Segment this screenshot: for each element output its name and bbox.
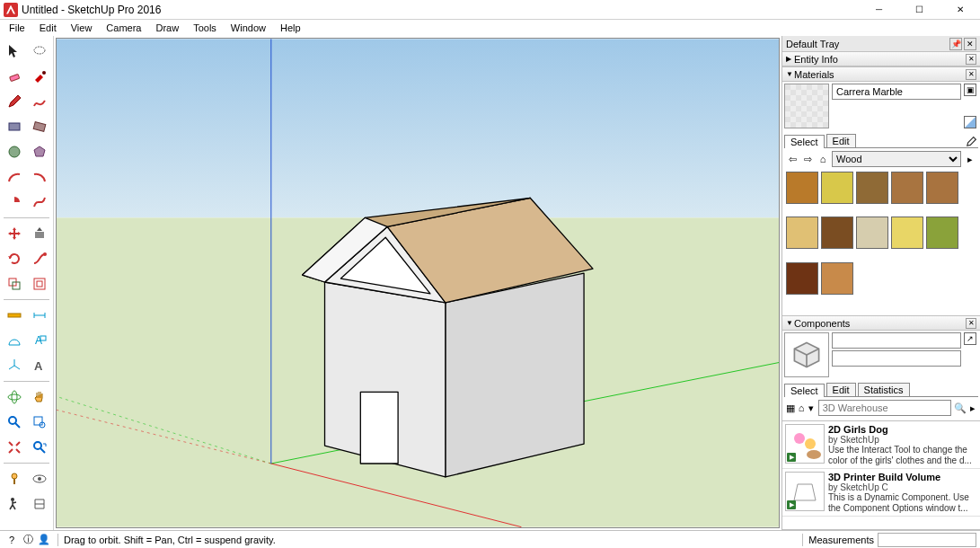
component-item[interactable]: ▶2D Girls Dogby SketchUpUse the Interact… xyxy=(782,421,980,469)
tool-polygon[interactable] xyxy=(30,142,49,162)
nav-back-icon[interactable]: ⇦ xyxy=(786,153,799,165)
tool-rot-rect[interactable] xyxy=(30,117,49,137)
tool-pencil[interactable] xyxy=(4,92,24,111)
material-swatch[interactable] xyxy=(786,217,818,249)
tool-freehand[interactable] xyxy=(30,92,49,111)
home-icon[interactable]: ⌂ xyxy=(817,153,829,165)
component-desc-input[interactable] xyxy=(832,350,961,367)
tool-position[interactable] xyxy=(4,469,24,489)
tool-zoomwin[interactable] xyxy=(30,412,49,432)
panel-components-header[interactable]: ▼ Components ✕ xyxy=(782,316,980,331)
tool-lasso[interactable] xyxy=(30,41,49,61)
panel-materials-header[interactable]: ▼ Materials ✕ xyxy=(782,67,980,82)
user-icon[interactable]: 👤 xyxy=(36,532,52,548)
measurements-input[interactable] xyxy=(878,533,976,547)
create-material-button[interactable]: ▣ xyxy=(964,84,976,96)
tray-header[interactable]: Default Tray 📌 ✕ xyxy=(782,36,980,52)
tool-bezier[interactable] xyxy=(30,192,49,212)
material-name-input[interactable] xyxy=(832,84,961,100)
panel-close-icon[interactable]: ✕ xyxy=(966,318,976,329)
material-swatch[interactable] xyxy=(926,172,958,204)
tool-look[interactable] xyxy=(30,469,49,489)
component-item[interactable]: ▶3D Printer Build Volumeby SketchUp CThi… xyxy=(782,469,980,517)
material-swatch[interactable] xyxy=(821,262,853,295)
component-search-input[interactable] xyxy=(818,400,951,416)
tool-section[interactable] xyxy=(30,494,49,514)
tool-arc2[interactable] xyxy=(30,167,49,187)
material-swatch[interactable] xyxy=(891,172,923,204)
tool-circle[interactable] xyxy=(4,142,24,162)
component-preview[interactable] xyxy=(784,332,829,377)
component-name-input[interactable] xyxy=(832,332,961,349)
info-icon[interactable]: ⓘ xyxy=(20,532,36,548)
menu-draw[interactable]: Draw xyxy=(148,21,186,35)
maximize-button[interactable]: ☐ xyxy=(899,0,940,20)
tool-pushpull[interactable] xyxy=(30,224,49,243)
tool-scale[interactable] xyxy=(4,274,24,294)
tool-axes[interactable] xyxy=(4,356,24,376)
library-menu-icon[interactable]: ▸ xyxy=(964,153,976,165)
tool-prev[interactable] xyxy=(30,438,49,457)
material-swatch[interactable] xyxy=(856,172,888,204)
tool-eraser[interactable] xyxy=(4,66,24,86)
tool-3dtext[interactable]: A xyxy=(30,356,49,376)
tool-tape[interactable] xyxy=(4,305,24,325)
help-icon[interactable]: ? xyxy=(4,532,20,548)
tool-offset[interactable] xyxy=(30,274,49,294)
viewport[interactable] xyxy=(56,38,780,528)
view-mode-icon[interactable]: ▦ xyxy=(786,402,795,414)
tab-select[interactable]: Select xyxy=(784,135,825,148)
material-swatch[interactable] xyxy=(786,172,818,204)
material-library-select[interactable]: Wood xyxy=(832,151,961,167)
tab-edit[interactable]: Edit xyxy=(826,134,856,147)
tab-statistics[interactable]: Statistics xyxy=(858,383,910,396)
nav-fwd-icon[interactable]: ⇨ xyxy=(801,153,814,165)
panel-entity-info-header[interactable]: ▶ Entity Info ✕ xyxy=(782,52,980,66)
tool-arc[interactable] xyxy=(4,167,24,187)
tool-move[interactable] xyxy=(4,224,24,243)
tool-followme[interactable] xyxy=(30,249,49,269)
panel-close-icon[interactable]: ✕ xyxy=(966,54,976,65)
material-preview[interactable] xyxy=(784,84,829,128)
menu-edit[interactable]: Edit xyxy=(32,21,64,35)
tool-zoomext[interactable] xyxy=(4,438,24,457)
menu-help[interactable]: Help xyxy=(273,21,308,35)
tool-walk[interactable] xyxy=(4,494,24,514)
tab-select[interactable]: Select xyxy=(784,384,825,397)
component-replace-button[interactable]: ↗ xyxy=(964,332,976,345)
menu-view[interactable]: View xyxy=(64,21,100,35)
menu-file[interactable]: File xyxy=(2,21,32,35)
tool-protractor[interactable] xyxy=(4,331,24,350)
tray-close-icon[interactable]: ✕ xyxy=(964,38,976,50)
home-icon[interactable]: ⌂ xyxy=(798,402,805,414)
tool-rotate[interactable] xyxy=(4,249,24,269)
tool-orbit[interactable] xyxy=(4,387,24,407)
component-list[interactable]: ▶2D Girls Dogby SketchUpUse the Interact… xyxy=(782,420,980,519)
tool-text[interactable]: A xyxy=(30,331,49,350)
tool-rectangle[interactable] xyxy=(4,117,24,137)
dropdown-icon[interactable]: ▾ xyxy=(808,402,815,414)
tab-edit[interactable]: Edit xyxy=(826,383,856,396)
material-swatch[interactable] xyxy=(821,172,853,204)
close-button[interactable]: ✕ xyxy=(940,0,980,20)
tool-pie[interactable] xyxy=(4,192,24,212)
material-swatch[interactable] xyxy=(821,217,853,249)
default-material-button[interactable] xyxy=(964,116,976,128)
panel-close-icon[interactable]: ✕ xyxy=(966,69,976,80)
material-swatch[interactable] xyxy=(786,262,818,295)
material-swatch[interactable] xyxy=(856,217,888,249)
tool-dimension[interactable] xyxy=(30,305,49,325)
tray-pin-icon[interactable]: 📌 xyxy=(949,38,962,50)
tool-zoom[interactable] xyxy=(4,412,24,432)
search-icon[interactable]: 🔍 xyxy=(954,402,967,414)
tool-select[interactable] xyxy=(4,41,24,61)
eyedropper-icon[interactable] xyxy=(966,135,978,147)
menu-tools[interactable]: Tools xyxy=(186,21,224,35)
material-swatch[interactable] xyxy=(891,217,923,249)
tool-pan[interactable] xyxy=(30,387,49,407)
library-menu-icon[interactable]: ▸ xyxy=(969,402,976,414)
menu-camera[interactable]: Camera xyxy=(99,21,148,35)
material-swatch[interactable] xyxy=(926,217,958,249)
tool-paint[interactable] xyxy=(30,66,49,86)
minimize-button[interactable]: ─ xyxy=(859,0,899,20)
